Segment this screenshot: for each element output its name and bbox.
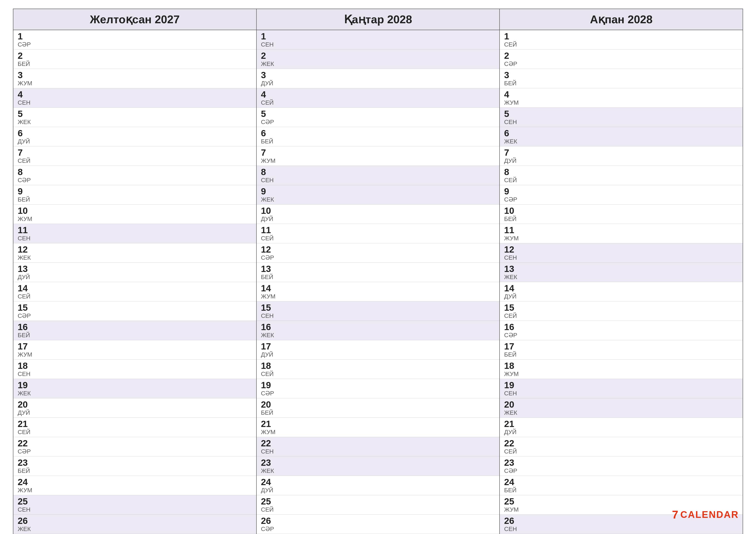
day-name: ЖУМ [504,235,738,242]
day-row: 2БЕЙ [14,50,256,69]
day-row: 17БЕЙ [500,340,742,360]
day-name: СәР [261,526,495,532]
day-name: ЖУМ [504,99,738,106]
day-name: ДУЙ [504,158,738,164]
day-row: 8СәР [14,166,256,185]
day-number: 22 [504,438,738,448]
day-name: ДУЙ [261,216,495,222]
day-number: 25 [18,496,252,506]
day-row: 20ЖЕК [500,398,742,418]
day-number: 18 [504,361,738,371]
day-number: 9 [504,187,738,196]
day-row: 6ЖЕК [500,127,742,146]
day-row: 1СЕН [257,30,500,50]
day-name: БЕЙ [261,274,495,281]
day-row: 24БЕЙ [500,476,742,495]
day-name: СЕЙ [504,313,738,319]
day-name: ЖУМ [18,351,252,358]
day-name: ДУЙ [18,138,252,145]
day-row: 10БЕЙ [500,205,742,224]
day-row: 13ЖЕК [500,263,742,282]
day-number: 17 [18,342,252,351]
day-name: СЕЙ [261,99,495,106]
day-row: 12СЕН [500,243,742,263]
days-list-1: 1СЕН2ЖЕК3ДУЙ4СЕЙ5СәР6БЕЙ7ЖУМ8СЕН9ЖЕК10ДУ… [257,30,500,534]
day-name: ЖЕК [504,274,738,281]
day-number: 14 [261,283,495,293]
day-row: 14ЖУМ [257,282,500,301]
day-row: 20БЕЙ [257,398,500,418]
day-name: СЕН [504,390,738,397]
day-number: 2 [504,51,738,61]
day-number: 11 [504,225,738,235]
day-row: 26ЖЕК [14,515,256,534]
calendar-container: Желтоқсан 20271СәР2БЕЙ3ЖУМ4СЕН5ЖЕК6ДУЙ7С… [0,0,756,534]
day-name: СәР [261,390,495,397]
day-row: 21СЕЙ [14,418,256,437]
day-number: 23 [504,458,738,468]
day-number: 26 [261,516,495,526]
day-number: 10 [18,206,252,216]
calendar-logo: 7 CALENDAR [672,508,739,521]
day-name: СәР [18,448,252,455]
day-row: 21ДУЙ [500,418,742,437]
day-row: 9СәР [500,185,742,205]
month-col-0: Желтоқсан 20271СәР2БЕЙ3ЖУМ4СЕН5ЖЕК6ДУЙ7С… [14,9,257,534]
day-name: СәР [18,313,252,319]
day-name: ЖУМ [18,487,252,494]
day-number: 10 [261,206,495,216]
day-name: СЕЙ [261,235,495,242]
day-number: 17 [261,342,495,351]
day-number: 16 [261,322,495,332]
day-number: 1 [504,32,738,41]
day-row: 5СәР [257,108,500,127]
day-name: СәР [18,177,252,184]
months-grid: Желтоқсан 20271СәР2БЕЙ3ЖУМ4СЕН5ЖЕК6ДУЙ7С… [13,9,743,534]
day-number: 15 [261,303,495,313]
day-name: ЖЕК [261,196,495,203]
day-number: 4 [18,89,252,99]
day-number: 15 [18,303,252,313]
day-name: СәР [261,119,495,126]
day-name: БЕЙ [504,351,738,358]
day-number: 17 [504,342,738,351]
day-row: 13ДУЙ [14,263,256,282]
day-name: СәР [504,468,738,474]
day-row: 14СЕЙ [14,282,256,301]
day-row: 15СәР [14,301,256,321]
day-number: 20 [18,400,252,410]
day-number: 3 [18,70,252,80]
day-row: 4СЕЙ [257,88,500,108]
day-number: 6 [261,128,495,138]
day-name: БЕЙ [18,61,252,67]
day-number: 14 [504,283,738,293]
day-number: 21 [18,419,252,429]
day-name: БЕЙ [504,80,738,87]
day-name: ЖЕК [504,138,738,145]
day-number: 23 [261,458,495,468]
day-name: ДУЙ [18,410,252,416]
day-row: 9ЖЕК [257,185,500,205]
day-number: 14 [18,283,252,293]
day-row: 17ЖУМ [14,340,256,360]
day-name: ЖЕК [261,61,495,67]
day-row: 25СЕН [14,495,256,515]
day-row: 21ЖУМ [257,418,500,437]
day-row: 20ДУЙ [14,398,256,418]
day-number: 7 [18,148,252,158]
day-row: 7СЕЙ [14,146,256,166]
day-name: СЕЙ [18,429,252,436]
day-name: СЕН [261,448,495,455]
month-col-1: Қаңтар 20281СЕН2ЖЕК3ДУЙ4СЕЙ5СәР6БЕЙ7ЖУМ8… [257,9,500,534]
day-row: 6БЕЙ [257,127,500,146]
day-row: 2СәР [500,50,742,69]
day-name: БЕЙ [504,487,738,494]
day-number: 3 [261,70,495,80]
day-row: 11ЖУМ [500,224,742,243]
day-number: 12 [18,244,252,255]
day-number: 4 [504,89,738,99]
day-number: 7 [504,148,738,158]
day-number: 12 [504,244,738,255]
day-name: СЕН [261,177,495,184]
day-row: 4СЕН [14,88,256,108]
